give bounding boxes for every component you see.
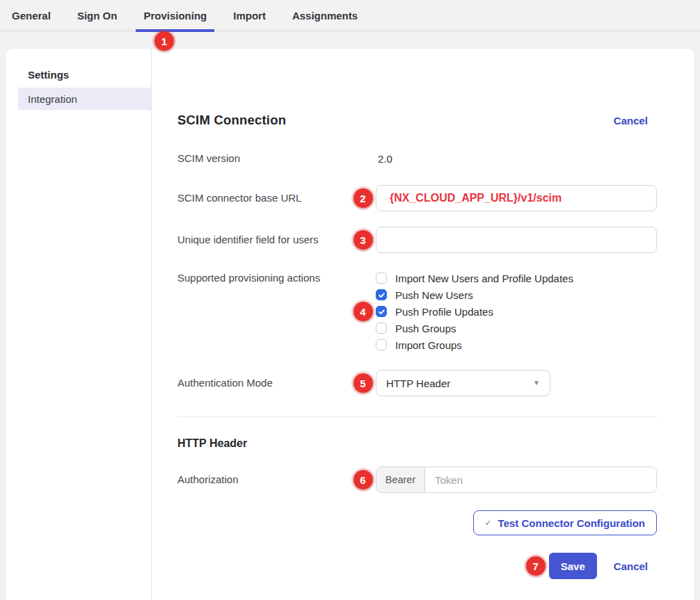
checkbox-label: Push Profile Updates <box>395 306 493 318</box>
test-connector-label: Test Connector Configuration <box>498 517 645 529</box>
checkbox[interactable] <box>376 273 387 284</box>
auth-mode-selected-value: HTTP Header <box>386 378 450 389</box>
section-divider <box>177 416 657 417</box>
cancel-link-top[interactable]: Cancel <box>614 115 648 127</box>
unique-id-label: Unique identifier field for users <box>177 233 350 247</box>
checkbox-list: Import New Users and Profile Updates Pus… <box>376 270 657 353</box>
checkbox-label: Import New Users and Profile Updates <box>395 273 573 284</box>
tab-import[interactable]: Import <box>233 0 266 31</box>
unique-id-row: Unique identifier field for users 3 <box>177 227 657 253</box>
title-row: SCIM Connection Cancel <box>177 113 657 128</box>
auth-mode-row: Authentication Mode 5 HTTP Header ▼ <box>177 370 657 396</box>
option-push-new-users[interactable]: Push New Users <box>376 286 657 303</box>
checkbox[interactable] <box>376 339 387 350</box>
form-footer: 7 Save Cancel <box>177 553 657 579</box>
tab-assignments[interactable]: Assignments <box>292 0 358 31</box>
checkbox-label: Import Groups <box>395 339 462 351</box>
http-header-heading: HTTP Header <box>177 437 657 450</box>
sidebar-item-integration[interactable]: Integration <box>18 88 151 110</box>
auth-mode-select[interactable]: HTTP Header ▼ <box>376 370 550 396</box>
authorization-label: Authorization <box>177 473 350 487</box>
badge-slot: 5 <box>350 373 376 393</box>
step-badge-5: 5 <box>353 373 373 393</box>
sidebar-heading: Settings <box>28 70 151 81</box>
test-connector-button[interactable]: ✓ Test Connector Configuration <box>473 510 657 535</box>
scim-connection-form: SCIM Connection Cancel SCIM version 2.0 … <box>152 49 694 600</box>
step-badge-7: 7 <box>526 556 546 576</box>
settings-sidebar: Settings Integration <box>6 49 152 600</box>
scim-version-label: SCIM version <box>177 152 350 165</box>
auth-mode-label: Authentication Mode <box>177 376 350 390</box>
checkbox-label: Push Groups <box>395 323 456 334</box>
tab-general[interactable]: General <box>12 0 51 31</box>
badge-slot: 4 <box>350 302 376 321</box>
test-connector-row: ✓ Test Connector Configuration <box>177 510 657 535</box>
step-badge-3: 3 <box>353 230 373 250</box>
save-button[interactable]: Save <box>549 553 597 579</box>
authorization-row: Authorization 6 Bearer <box>177 467 657 493</box>
base-url-row: SCIM connector base URL 2 <box>177 185 657 211</box>
checkbox[interactable] <box>376 323 387 334</box>
bearer-prefix: Bearer <box>376 467 425 492</box>
step-badge-4: 4 <box>353 302 373 321</box>
provisioning-actions-row: Supported provisioning actions 4 Import … <box>177 270 657 353</box>
page-title: SCIM Connection <box>177 113 286 128</box>
base-url-label: SCIM connector base URL <box>177 191 350 205</box>
authorization-input-group: Bearer <box>376 467 657 493</box>
checkbox-label: Push New Users <box>395 289 473 301</box>
check-icon <box>378 308 385 316</box>
scim-version-row: SCIM version 2.0 <box>177 152 657 165</box>
option-import-groups[interactable]: Import Groups <box>376 337 657 353</box>
checkbox[interactable] <box>376 306 387 317</box>
provisioning-actions-label: Supported provisioning actions <box>177 270 350 286</box>
badge-slot: 3 <box>350 230 376 250</box>
tab-bar: General Sign On Provisioning Import Assi… <box>0 0 700 31</box>
badge-slot: 2 <box>350 188 376 208</box>
badge-slot: 6 <box>350 470 376 489</box>
step-badge-6: 6 <box>353 470 373 489</box>
unique-id-input[interactable] <box>376 227 657 253</box>
cancel-link-bottom[interactable]: Cancel <box>614 560 648 572</box>
tab-sign-on[interactable]: Sign On <box>77 0 118 31</box>
scim-version-value: 2.0 <box>376 153 657 165</box>
checkbox[interactable] <box>376 289 387 300</box>
step-badge-2: 2 <box>353 188 373 208</box>
tab-provisioning[interactable]: Provisioning <box>143 0 207 31</box>
check-icon <box>378 291 385 299</box>
token-input[interactable] <box>425 467 656 492</box>
chevron-down-icon: ▼ <box>533 380 540 387</box>
option-push-groups[interactable]: Push Groups <box>376 320 657 337</box>
check-icon: ✓ <box>485 518 492 528</box>
option-push-profile-updates[interactable]: Push Profile Updates <box>376 303 657 320</box>
provisioning-panel: Settings Integration SCIM Connection Can… <box>6 49 694 600</box>
option-import-new-users[interactable]: Import New Users and Profile Updates <box>376 270 657 286</box>
base-url-input[interactable] <box>376 185 657 211</box>
step-badge-1: 1 <box>154 31 174 51</box>
